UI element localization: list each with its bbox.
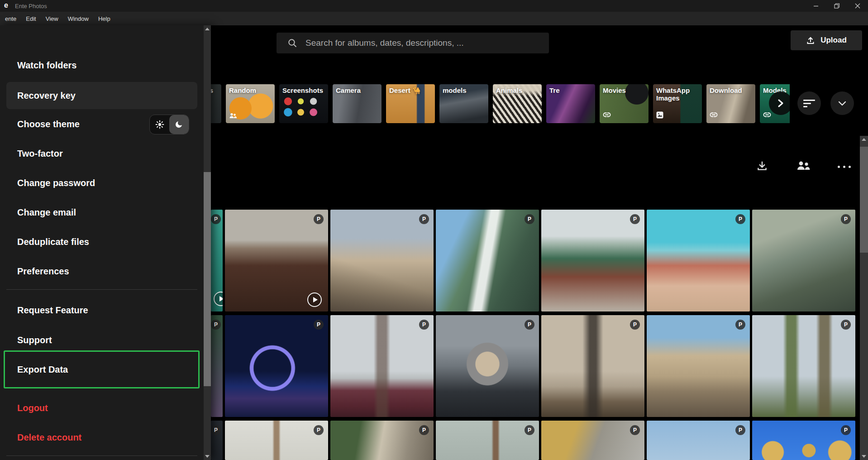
- sidebar-item-two-factor[interactable]: Two-factor: [0, 143, 204, 164]
- main-scrollbar[interactable]: [860, 136, 868, 460]
- download-icon: [756, 159, 768, 172]
- sort-albums-button[interactable]: [797, 91, 821, 115]
- minimize-icon: [813, 3, 819, 9]
- more-options-button[interactable]: [838, 166, 851, 168]
- theme-dark-option[interactable]: [169, 115, 189, 134]
- photo-waterfall-cliff[interactable]: P: [436, 210, 539, 311]
- photo-cloud-gate-bean[interactable]: P: [436, 315, 539, 417]
- album-tile-animals[interactable]: Animals: [493, 84, 542, 123]
- photo-blue-sky-clouds[interactable]: P: [647, 421, 750, 460]
- album-tile-models[interactable]: models: [439, 84, 488, 123]
- album-badge-photo: [656, 111, 663, 120]
- photo-pale-sky-tower[interactable]: P: [436, 421, 539, 460]
- collapse-albums-button[interactable]: [830, 91, 854, 115]
- sidebar-item-delete-account[interactable]: Delete account: [0, 427, 204, 448]
- menu-view[interactable]: View: [44, 15, 60, 22]
- sidebar-scrollbar-thumb[interactable]: [204, 172, 211, 386]
- menu-ente[interactable]: ente: [4, 15, 18, 22]
- owner-badge: P: [630, 214, 640, 224]
- photo-dark-sliver[interactable]: P: [211, 421, 223, 460]
- photo-gopuram-blue-sky[interactable]: P: [752, 421, 855, 460]
- photo-red-fort-delhi[interactable]: P: [225, 210, 328, 311]
- album-tile-screenshots[interactable]: Screenshots: [279, 84, 328, 123]
- owner-badge: P: [735, 425, 745, 435]
- album-tile-download[interactable]: Download: [706, 84, 755, 123]
- sidebar-item-recovery-key[interactable]: Recovery key: [6, 82, 197, 109]
- menu-help[interactable]: Help: [97, 15, 112, 22]
- sidebar-divider: [6, 289, 197, 290]
- menu-window[interactable]: Window: [67, 15, 90, 22]
- album-tile-tre[interactable]: Tre: [546, 84, 595, 123]
- album-badge-public-link: [603, 111, 611, 120]
- download-album-button[interactable]: [756, 159, 768, 174]
- sidebar-scroll-up-arrow[interactable]: [204, 25, 211, 33]
- theme-toggle[interactable]: [149, 115, 189, 134]
- sidebar-item-export-data[interactable]: Export Data: [4, 350, 200, 388]
- sidebar-item-support[interactable]: Support: [0, 330, 204, 350]
- upload-button[interactable]: Upload: [791, 30, 862, 50]
- menu-edit[interactable]: Edit: [24, 15, 37, 22]
- ente-logo: e: [4, 1, 8, 10]
- owner-badge: P: [419, 214, 429, 224]
- photo-golden-pagoda[interactable]: P: [541, 421, 644, 460]
- sidebar-item-preferences[interactable]: Preferences: [0, 261, 204, 282]
- photo-eltz-castle-fog[interactable]: P: [752, 210, 855, 311]
- sidebar-scrollbar[interactable]: [204, 25, 211, 460]
- album-tile-ots[interactable]: ots: [211, 84, 221, 123]
- album-tile-camera[interactable]: Camera: [333, 84, 382, 123]
- photo-london-eye-night[interactable]: P: [225, 315, 328, 417]
- window-title: Ente Photos: [15, 3, 47, 10]
- photo-louvre-fountain[interactable]: P: [647, 315, 750, 417]
- sidebar-item-deduplicate-files[interactable]: Deduplicate files: [0, 231, 204, 252]
- owner-badge: P: [525, 214, 534, 224]
- search-bar[interactable]: [277, 33, 549, 53]
- sidebar-item-watch-folders[interactable]: Watch folders: [0, 55, 204, 76]
- theme-light-option[interactable]: [150, 115, 169, 134]
- owner-badge: P: [419, 320, 429, 330]
- owner-badge: P: [630, 320, 640, 330]
- album-tile-movies[interactable]: Movies: [600, 84, 649, 123]
- sidebar-scroll-down-arrow[interactable]: [204, 453, 211, 460]
- albums-scroll-right-button[interactable]: [769, 91, 790, 115]
- album-tile-random[interactable]: Random: [226, 84, 275, 123]
- photo-church-and-trees[interactable]: P: [330, 421, 434, 460]
- search-input[interactable]: [305, 38, 542, 48]
- photo-plants-purple[interactable]: P: [211, 315, 223, 417]
- album-badge-shared-people: [229, 112, 237, 120]
- minimize-button[interactable]: [806, 0, 826, 12]
- main-scroll-up-arrow[interactable]: [860, 136, 868, 143]
- sidebar-item-change-password[interactable]: Change password: [0, 172, 204, 193]
- photo-eiffel-tower-woman[interactable]: P: [330, 315, 434, 417]
- share-album-button[interactable]: [796, 160, 811, 173]
- album-label: Animals: [496, 86, 540, 94]
- owner-badge: P: [735, 320, 745, 330]
- photo-arc-de-triomphe[interactable]: P: [541, 315, 644, 417]
- main-scrollbar-thumb[interactable]: [860, 147, 868, 253]
- photo-supertrees-singapore[interactable]: P: [752, 315, 855, 417]
- window-controls: [806, 0, 868, 12]
- sort-icon: [803, 100, 815, 107]
- photo-teal-sea-cliff[interactable]: P: [211, 210, 223, 311]
- photo-dakshineswar-temple[interactable]: P: [647, 210, 750, 311]
- sidebar-item-logout[interactable]: Logout: [0, 398, 204, 418]
- album-badge-public-link: [763, 111, 771, 120]
- owner-badge: P: [630, 425, 640, 435]
- album-strip: ModelsDownloadWhatsApp ImagesMoviesTreAn…: [211, 84, 790, 123]
- photo-louvre-pyramid[interactable]: P: [330, 210, 434, 311]
- owner-badge: P: [314, 320, 324, 330]
- album-label: Screenshots: [282, 86, 326, 94]
- restore-button[interactable]: [826, 0, 847, 12]
- album-tile-whatsapp-images[interactable]: WhatsApp Images: [653, 84, 702, 123]
- photo-eiffel-top-sky[interactable]: P: [225, 421, 328, 460]
- search-icon: [287, 38, 297, 48]
- owner-badge: P: [314, 214, 324, 224]
- photo-korean-pavilion[interactable]: P: [541, 210, 644, 311]
- album-tile-desert[interactable]: Desert 🐪: [386, 84, 435, 123]
- close-button[interactable]: [847, 0, 868, 12]
- album-label: ots: [211, 86, 213, 94]
- public-link-icon: [603, 111, 611, 119]
- main-scroll-down-arrow[interactable]: [860, 453, 868, 460]
- sidebar-item-change-email[interactable]: Change email: [0, 202, 204, 223]
- sidebar-item-request-feature[interactable]: Request Feature: [0, 300, 204, 321]
- owner-badge: P: [211, 320, 221, 330]
